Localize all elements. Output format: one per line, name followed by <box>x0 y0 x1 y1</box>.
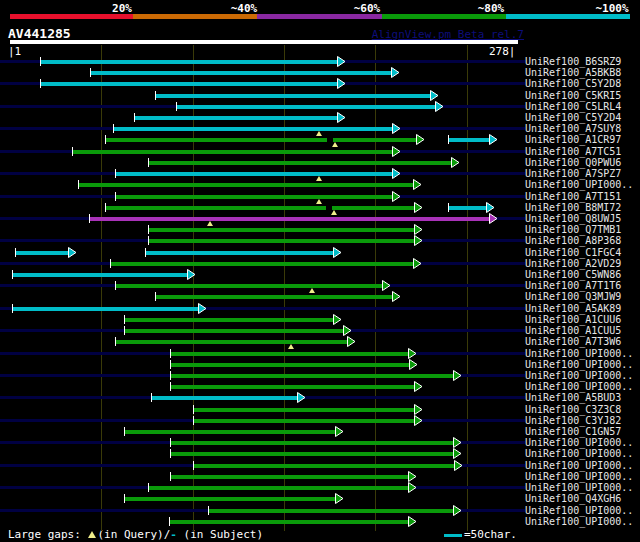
hit-label[interactable]: UniRef100_A1CUU5 <box>525 325 621 336</box>
alignment-row: UniRef100_UPI000.. <box>0 359 640 370</box>
alignment-bar <box>124 318 334 322</box>
gridline-50char <box>467 45 468 531</box>
arrowhead-icon <box>416 134 425 145</box>
arrowhead-icon <box>414 415 423 426</box>
hit-label[interactable]: UniRef100_A7T3W6 <box>525 336 621 347</box>
hit-label[interactable]: UniRef100_C5Y2D8 <box>525 78 621 89</box>
alignment-bar <box>151 396 298 400</box>
alignment-bar <box>105 206 415 210</box>
arrowhead-icon <box>413 179 422 190</box>
hit-label[interactable]: UniRef100_Q8UWJ5 <box>525 213 621 224</box>
hit-label[interactable]: UniRef100_A1CR97 <box>525 134 621 145</box>
arrowhead-icon <box>392 168 401 179</box>
alignment-bar <box>105 138 417 142</box>
query-gap-icon <box>288 344 294 349</box>
arrowhead-icon <box>392 191 401 202</box>
hit-label[interactable]: UniRef100_C5Y2D4 <box>525 112 621 123</box>
hit-label[interactable]: UniRef100_UPI000.. <box>525 359 633 370</box>
alignment-bar <box>148 161 452 165</box>
hit-label[interactable]: UniRef100_A7TC51 <box>525 146 621 157</box>
query-gap-icon <box>316 131 322 136</box>
hit-label[interactable]: UniRef100_Q0PWU6 <box>525 157 621 168</box>
arrowhead-icon <box>198 303 207 314</box>
alignment-bar <box>170 452 454 456</box>
segment-start-tick <box>170 382 171 391</box>
hit-label[interactable]: UniRef100_UPI000.. <box>525 516 633 527</box>
hit-label[interactable]: UniRef100_A5BUD3 <box>525 392 621 403</box>
alignment-row: UniRef100_C1GN57 <box>0 426 640 437</box>
hit-label[interactable]: UniRef100_C5KRI5 <box>525 90 621 101</box>
hit-label[interactable]: UniRef100_UPI000.. <box>525 370 633 381</box>
alignment-row: UniRef100_UPI000.. <box>0 381 640 392</box>
hit-label[interactable]: UniRef100_A7SPZ7 <box>525 168 621 179</box>
hit-label[interactable]: UniRef100_A7T1T6 <box>525 280 621 291</box>
segment-start-tick <box>169 517 170 526</box>
alignment-row: UniRef100_UPI000.. <box>0 471 640 482</box>
hit-label[interactable]: UniRef100_A1CUU6 <box>525 314 621 325</box>
hit-label[interactable]: UniRef100_B8MI72 <box>525 202 621 213</box>
alignment-bar <box>124 430 336 434</box>
hit-label[interactable]: UniRef100_UPI000.. <box>525 482 633 493</box>
hit-label[interactable]: UniRef100_B6SRZ9 <box>525 56 621 67</box>
hit-label[interactable]: UniRef100_UPI000.. <box>525 348 633 359</box>
hit-label[interactable]: UniRef100_C1GN57 <box>525 426 621 437</box>
alignment-bar <box>148 239 415 243</box>
identity-legend-label: ~60% <box>354 2 381 15</box>
segment-start-tick <box>90 68 91 77</box>
hit-label[interactable]: UniRef100_Q4XGH6 <box>525 493 621 504</box>
hit-label[interactable]: UniRef100_C5WN86 <box>525 269 621 280</box>
hit-label[interactable]: UniRef100_A5AK89 <box>525 303 621 314</box>
query-gap-triangle-icon <box>88 531 96 538</box>
subject-gap-dash-icon: - <box>170 528 177 541</box>
hit-label[interactable]: UniRef100_Q3MJW9 <box>525 291 621 302</box>
alignment-row: UniRef100_UPI000.. <box>0 482 640 493</box>
segment-start-tick <box>113 124 114 133</box>
footer-legend: Large gaps: (in Query)/- (in Subject) =5… <box>0 527 640 542</box>
alignment-bar <box>15 251 69 255</box>
hit-label[interactable]: UniRef100_C5LRL4 <box>525 101 621 112</box>
arrowhead-icon <box>453 505 462 516</box>
hit-label[interactable]: UniRef100_UPI000.. <box>525 437 633 448</box>
alignment-row: UniRef100_A7T151 <box>0 191 640 202</box>
alignment-row: UniRef100_A5BUD3 <box>0 392 640 403</box>
alignment-bar <box>72 150 393 154</box>
hit-label[interactable]: UniRef100_UPI000.. <box>525 460 633 471</box>
hit-label[interactable]: UniRef100_A8P368 <box>525 235 621 246</box>
segment-start-tick <box>40 79 41 88</box>
hit-label[interactable]: UniRef100_A7T151 <box>525 191 621 202</box>
hit-label[interactable]: UniRef100_C1FGC4 <box>525 247 621 258</box>
hit-label[interactable]: UniRef100_Q7TMB1 <box>525 224 621 235</box>
arrowhead-icon <box>414 202 423 213</box>
arrowhead-icon <box>337 78 346 89</box>
hit-label[interactable]: UniRef100_C3YJ82 <box>525 415 621 426</box>
segment-start-tick <box>148 225 149 234</box>
segment-start-tick <box>170 371 171 380</box>
segment-start-tick <box>124 494 125 503</box>
alignment-row: UniRef100_Q7TMB1 <box>0 224 640 235</box>
hit-label[interactable]: UniRef100_UPI000.. <box>525 471 633 482</box>
segment-start-tick <box>115 337 116 346</box>
alignment-row: UniRef100_A7SUY8 <box>0 123 640 134</box>
alignment-row: UniRef100_A7SPZ7 <box>0 168 640 179</box>
arrowhead-icon <box>435 101 444 112</box>
hit-label[interactable]: UniRef100_C3Z3C8 <box>525 404 621 415</box>
hit-label[interactable]: UniRef100_UPI000.. <box>525 448 633 459</box>
identity-legend-label: 20% <box>112 2 132 15</box>
hit-label[interactable]: UniRef100_A7SUY8 <box>525 123 621 134</box>
segment-start-tick <box>124 315 125 324</box>
alignment-row: UniRef100_C3YJ82 <box>0 415 640 426</box>
alignment-bar <box>78 183 414 187</box>
segment-start-tick <box>148 483 149 492</box>
hit-label[interactable]: UniRef100_UPI000.. <box>525 179 633 190</box>
arrowhead-icon <box>68 247 77 258</box>
segment-start-tick <box>176 102 177 111</box>
hit-label[interactable]: UniRef100_A2VD29 <box>525 258 621 269</box>
alignment-row: UniRef100_C1FGC4 <box>0 247 640 258</box>
hit-label[interactable]: UniRef100_UPI000.. <box>525 505 633 516</box>
identity-legend-label: ~40% <box>231 2 258 15</box>
hit-label[interactable]: UniRef100_A5BKB8 <box>525 67 621 78</box>
hit-label[interactable]: UniRef100_UPI000.. <box>525 381 633 392</box>
arrowhead-icon <box>392 146 401 157</box>
query-name: AV441285 <box>8 26 71 41</box>
alignment-row: UniRef100_UPI000.. <box>0 437 640 448</box>
